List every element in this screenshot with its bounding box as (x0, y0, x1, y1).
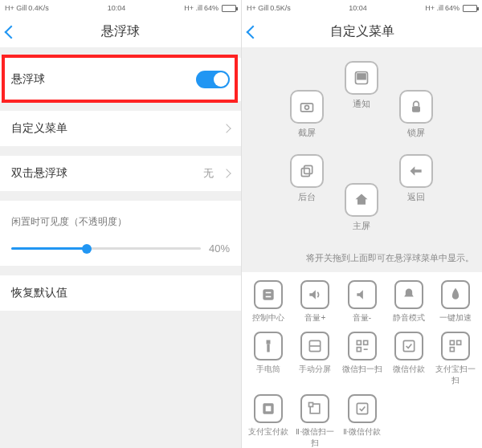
radial-label: 截屏 (298, 127, 316, 139)
grid-label: 微信扫一扫 (342, 364, 382, 375)
svg-rect-19 (450, 340, 454, 344)
svg-rect-10 (267, 340, 271, 344)
app-icon (260, 338, 276, 354)
grid-item[interactable]: 音量+ (293, 280, 337, 324)
grid-icon (254, 332, 283, 360)
grid-label: 微信付款 (393, 364, 425, 375)
notification-icon (353, 70, 370, 86)
grid-label: Ⅱ·微信付款 (343, 426, 382, 438)
radial-item-notification[interactable]: 通知 (345, 61, 378, 110)
grid-item[interactable]: 一键加速 (434, 280, 477, 324)
stack-icon (299, 163, 315, 179)
nav-bar: 自定义菜单 (242, 16, 482, 48)
lock-icon (408, 99, 424, 115)
svg-rect-20 (457, 340, 461, 344)
radial-item-lock[interactable]: 锁屏 (399, 90, 433, 139)
cell-label: 恢复默认值 (11, 286, 67, 300)
page-title: 悬浮球 (0, 23, 241, 40)
app-icon (401, 287, 417, 303)
grid-item[interactable]: 手动分屏 (293, 332, 337, 386)
grid-label: 支付宝扫一扫 (434, 364, 477, 386)
app-icon (307, 401, 323, 417)
radial-menu: 通知 截屏 锁屏 后台 返回 主屏 (242, 48, 482, 247)
grid-label: 一键加速 (439, 312, 472, 324)
grid-label: 手动分屏 (299, 364, 331, 375)
time-text: 10:04 (349, 4, 367, 12)
grid-item[interactable]: 音量- (340, 280, 383, 324)
toggle-cell-floatball[interactable]: 悬浮球 (0, 58, 241, 101)
grid-icon (441, 332, 470, 360)
grid-label: 音量- (353, 312, 371, 324)
grid-label: 手电筒 (256, 364, 280, 375)
cell-opacity-header: 闲置时可见度（不透明度） (0, 201, 241, 236)
svg-rect-26 (357, 403, 367, 413)
radial-item-screenshot[interactable]: 截屏 (290, 90, 324, 139)
chevron-right-icon (222, 124, 231, 132)
grid-item[interactable]: Ⅱ·微信扫一扫 (293, 394, 337, 448)
grid-item[interactable]: 静音模式 (387, 280, 431, 324)
svg-rect-4 (412, 106, 420, 112)
radial-item-return[interactable]: 返回 (399, 154, 433, 203)
radial-item-background[interactable]: 后台 (290, 154, 324, 203)
svg-rect-5 (301, 169, 309, 177)
svg-point-3 (305, 105, 309, 109)
app-icon (354, 287, 370, 303)
cell-label: 双击悬浮球 (11, 166, 67, 181)
slider-thumb[interactable] (82, 244, 92, 254)
svg-rect-2 (301, 104, 313, 112)
grid-item[interactable]: 微信付款 (387, 332, 431, 386)
app-icon (307, 287, 323, 303)
cell-double-tap[interactable]: 双击悬浮球 无 (0, 156, 241, 191)
toggle-switch[interactable] (196, 71, 230, 88)
phone-right: H+ Gill 0.5K/s 10:04 H+ .ill 64% 自定义菜单 通… (241, 0, 482, 448)
speed-text: 0.4K/s (28, 4, 49, 12)
chevron-right-icon (222, 169, 231, 177)
grid-label: 控制中心 (252, 312, 284, 324)
svg-rect-25 (309, 403, 313, 407)
grid-icon (394, 280, 423, 309)
radial-label: 主屏 (353, 220, 370, 232)
grid-row: 控制中心音量+音量-静音模式一键加速 (247, 280, 477, 324)
home-icon (353, 192, 370, 208)
cell-restore-defaults[interactable]: 恢复默认值 (0, 275, 241, 311)
grid-item[interactable]: 支付宝付款 (247, 394, 290, 448)
svg-rect-6 (304, 165, 312, 173)
svg-rect-18 (403, 340, 414, 351)
battery-icon (463, 5, 477, 12)
cell-custom-menu[interactable]: 自定义菜单 (0, 111, 241, 146)
cell-label: 自定义菜单 (11, 121, 67, 136)
svg-rect-14 (357, 340, 361, 344)
icon-grid: 控制中心音量+音量-静音模式一键加速手电筒手动分屏微信扫一扫微信付款支付宝扫一扫… (242, 272, 482, 448)
grid-item[interactable]: Ⅱ·微信付款 (340, 394, 383, 448)
grid-icon (394, 332, 423, 360)
app-icon (354, 401, 370, 417)
grid-label: Ⅱ·微信扫一扫 (293, 426, 337, 448)
radial-label: 返回 (407, 191, 425, 203)
grid-item[interactable]: 支付宝扫一扫 (434, 332, 477, 386)
grid-icon (300, 394, 329, 423)
time-text: 10:04 (108, 4, 126, 12)
app-icon (447, 287, 464, 303)
grid-row: 手电筒手动分屏微信扫一扫微信付款支付宝扫一扫 (247, 332, 477, 386)
signal-text: H+ Gill (247, 4, 268, 12)
svg-rect-16 (357, 348, 361, 352)
battery-text: 64% (204, 4, 219, 12)
svg-rect-7 (263, 289, 273, 299)
status-bar: H+ Gill 0.5K/s 10:04 H+ .ill 64% (242, 0, 482, 16)
grid-label: 支付宝付款 (248, 426, 288, 438)
opacity-slider[interactable] (11, 247, 201, 250)
slider-value: 40% (209, 242, 230, 255)
radial-item-home[interactable]: 主屏 (345, 183, 378, 232)
svg-rect-1 (357, 74, 366, 79)
grid-item[interactable]: 手电筒 (247, 332, 290, 386)
battery-text: 64% (445, 4, 460, 12)
signal-text: H+ Gill (5, 4, 27, 12)
grid-icon (348, 280, 377, 309)
grid-item[interactable]: 微信扫一扫 (340, 332, 383, 386)
nav-bar: 悬浮球 (0, 16, 241, 48)
grid-label: 音量+ (304, 312, 325, 324)
grid-row: 支付宝付款Ⅱ·微信扫一扫Ⅱ·微信付款 (247, 394, 477, 448)
content-right: 通知 截屏 锁屏 后台 返回 主屏 将开关拖到上面即可在悬 (242, 48, 482, 448)
cell-label: 悬浮球 (11, 72, 45, 87)
grid-item[interactable]: 控制中心 (247, 280, 290, 324)
